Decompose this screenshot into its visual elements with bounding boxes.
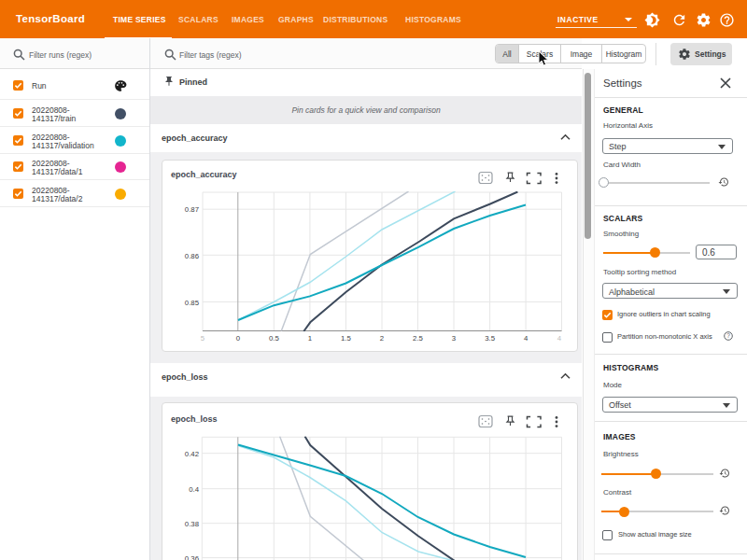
svg-text:?: ? xyxy=(726,332,730,339)
